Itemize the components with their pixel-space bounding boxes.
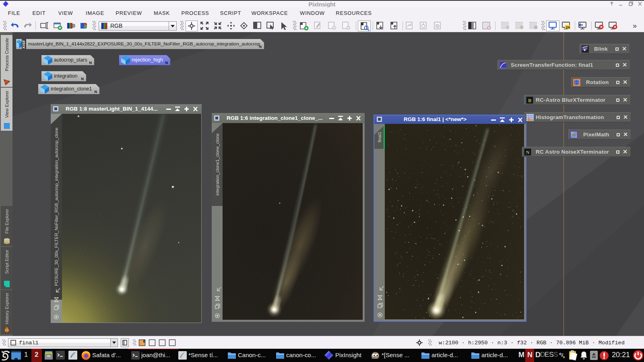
svg-text:N: N [526, 150, 530, 155]
svg-text:∞: ∞ [572, 132, 576, 138]
svg-text:24: 24 [566, 25, 570, 29]
svg-text:B: B [528, 98, 531, 103]
svg-text:RGB: RGB [110, 23, 122, 29]
svg-text:»: » [633, 22, 637, 30]
